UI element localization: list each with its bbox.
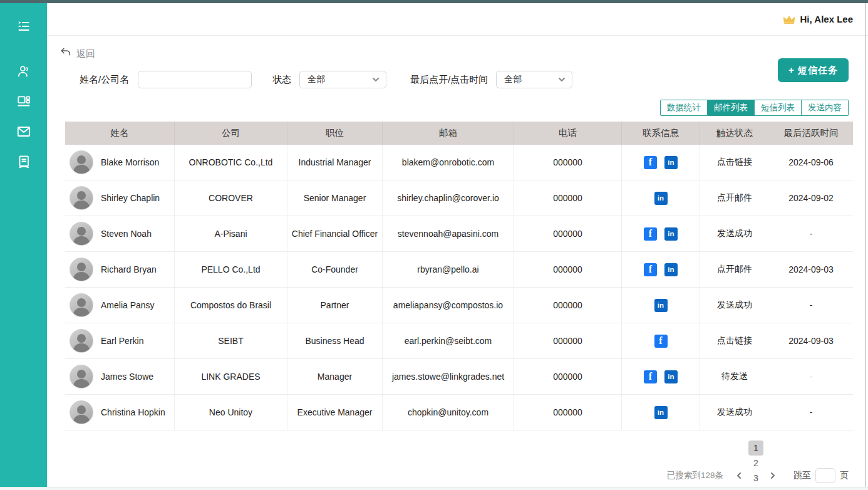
window-top-strip — [0, 0, 868, 3]
back-button[interactable]: 返回 — [60, 47, 95, 61]
page-jump-input[interactable] — [815, 468, 835, 483]
facebook-icon[interactable]: f — [644, 156, 657, 169]
job-title: Senior Manager — [287, 180, 383, 216]
sidebar-item-book[interactable] — [13, 152, 34, 174]
linkedin-icon[interactable]: in — [664, 263, 678, 276]
email: james.stowe@linkgrades.net — [383, 359, 514, 394]
table-row: Shirley ChaplinCOROVERSenior Managershir… — [65, 180, 853, 216]
contact-info: in — [622, 288, 700, 323]
page-number-2[interactable]: 2 — [748, 456, 763, 471]
sidebar-item-task-list[interactable] — [13, 17, 34, 38]
job-title: Co-Founder — [287, 252, 383, 287]
job-title: Manager — [287, 359, 383, 394]
reach-status: 点开邮件 — [700, 180, 769, 216]
facebook-icon[interactable]: f — [644, 227, 657, 241]
company: A-Pisani — [175, 216, 287, 251]
time-filter-label: 最后点开/点击时间 — [410, 74, 488, 86]
mail-icon — [16, 123, 32, 142]
last-active-time: - — [769, 288, 853, 323]
sidebar-item-mail[interactable] — [13, 122, 34, 143]
sidebar-item-contacts-person[interactable] — [13, 62, 34, 83]
table-row: Steven NoahA-PisaniChief Financial Offic… — [65, 216, 853, 252]
tab-邮件列表[interactable]: 邮件列表 — [708, 100, 755, 116]
page-number-3[interactable]: 3 — [748, 471, 763, 486]
tab-发送内容[interactable]: 发送内容 — [802, 100, 849, 116]
facebook-icon[interactable]: f — [644, 263, 657, 276]
facebook-icon[interactable]: f — [644, 370, 657, 383]
phone: 000000 — [514, 180, 622, 216]
column-header: 触达状态 — [700, 122, 769, 145]
contact-name: Christina Hopkin — [101, 407, 165, 417]
avatar — [70, 293, 93, 317]
contact-info: in — [622, 395, 700, 430]
chevron-down-icon — [558, 76, 566, 83]
add-sms-task-button[interactable]: + 短信任务 — [778, 58, 849, 82]
status-filter-label: 状态 — [272, 74, 291, 86]
chevron-down-icon — [372, 76, 380, 83]
linkedin-icon[interactable]: in — [664, 227, 678, 241]
linkedin-icon[interactable]: in — [664, 370, 678, 383]
window-right-edge — [865, 3, 866, 487]
name-filter-input[interactable] — [138, 71, 252, 88]
reach-status: 待发送 — [700, 359, 769, 394]
sidebar — [0, 3, 47, 487]
jump-prefix-label: 跳至 — [793, 470, 811, 481]
phone: 000000 — [514, 145, 622, 180]
tab-数据统计[interactable]: 数据统计 — [660, 100, 708, 116]
linkedin-icon[interactable]: in — [654, 406, 668, 419]
avatar — [70, 329, 93, 353]
sidebar-item-layout-cards[interactable] — [13, 92, 34, 113]
status-filter-select[interactable]: 全部 — [299, 71, 386, 88]
status-filter-value: 全部 — [307, 74, 325, 85]
tab-短信列表[interactable]: 短信列表 — [755, 100, 802, 116]
contact-info: f — [622, 323, 700, 358]
last-active-time: 2024-09-03 — [769, 323, 853, 358]
linkedin-icon[interactable]: in — [654, 299, 668, 312]
company: ONROBOTIC Co.,Ltd — [175, 145, 287, 180]
greeting-text: Hi, Alex Lee — [800, 14, 853, 24]
table-header-row: 姓名公司职位邮箱电话联系信息触达状态最后活跃时间 — [65, 122, 853, 145]
phone: 000000 — [514, 288, 622, 323]
page-number-1[interactable]: 1 — [748, 440, 763, 456]
window-bottom-strip — [0, 487, 868, 490]
main-area: Hi, Alex Lee 返回 姓名/公司名 状态 全部 最后点开/点击时间 全… — [47, 3, 868, 486]
filter-row: 姓名/公司名 状态 全部 最后点开/点击时间 全部 — [80, 71, 572, 88]
contact-info: in — [622, 180, 700, 216]
phone: 000000 — [514, 216, 622, 251]
column-header: 邮箱 — [383, 122, 514, 145]
contact-info: fin — [622, 216, 700, 251]
column-header: 最后活跃时间 — [769, 122, 853, 145]
avatar — [70, 150, 93, 174]
contact-name: Earl Perkin — [101, 336, 143, 346]
last-active-time: - — [769, 395, 853, 430]
search-result-count: 已搜索到128条 — [667, 470, 723, 481]
email: chopkin@unitoy.com — [383, 395, 514, 430]
phone: 000000 — [514, 359, 622, 394]
back-label: 返回 — [76, 48, 95, 60]
contact-info: fin — [622, 359, 700, 394]
phone: 000000 — [514, 395, 622, 430]
time-filter-select[interactable]: 全部 — [496, 71, 572, 88]
table-row: Blake MorrisonONROBOTIC Co.,LtdIndustria… — [65, 145, 853, 180]
job-title: Partner — [287, 288, 383, 323]
avatar — [70, 400, 93, 424]
linkedin-icon[interactable]: in — [664, 156, 678, 169]
table-row: James StoweLINK GRADESManagerjames.stowe… — [65, 359, 853, 395]
phone: 000000 — [514, 323, 622, 358]
prev-page-button[interactable] — [732, 469, 746, 482]
company: Neo Unitoy — [175, 395, 287, 430]
job-title: Business Head — [287, 323, 383, 358]
contacts-person-icon — [16, 63, 32, 82]
facebook-icon[interactable]: f — [654, 335, 668, 348]
column-header: 职位 — [287, 122, 383, 145]
email: shirley.chaplin@corover.io — [383, 180, 514, 216]
linkedin-icon[interactable]: in — [654, 192, 668, 205]
contact-name: Richard Bryan — [101, 264, 157, 274]
job-title: Chief Financial Officer — [287, 216, 383, 251]
view-tabs: 数据统计邮件列表短信列表发送内容 — [660, 100, 849, 116]
jump-suffix-label: 页 — [840, 470, 849, 481]
reach-status: 点开邮件 — [700, 252, 769, 287]
company: SEIBT — [175, 323, 287, 358]
email: ameliapansy@compostos.io — [383, 288, 514, 323]
next-page-button[interactable] — [766, 469, 780, 482]
